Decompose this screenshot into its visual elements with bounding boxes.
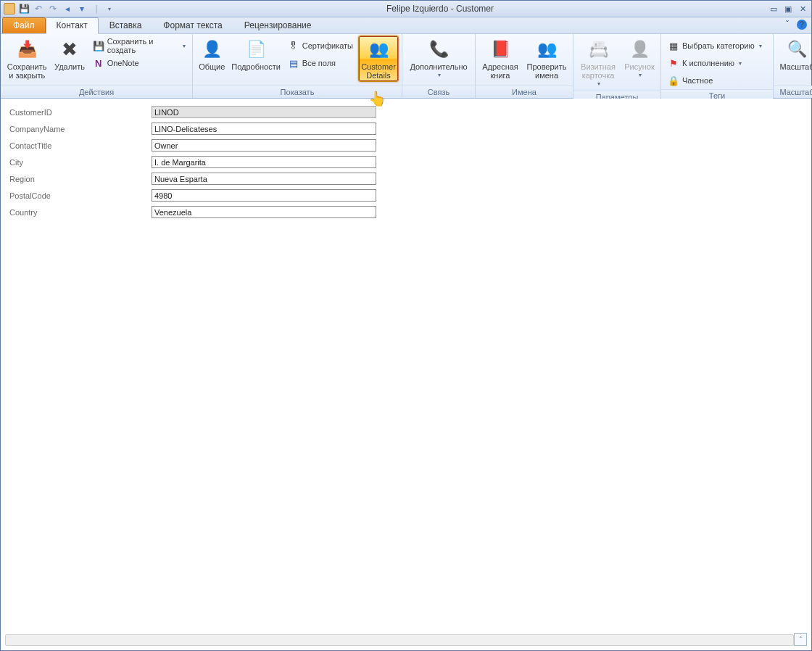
general-button[interactable]: 👤 Общие: [196, 36, 228, 73]
category-icon: ▦: [668, 40, 679, 51]
details-label: Подробности: [231, 62, 281, 71]
redo-icon[interactable]: ↷: [47, 3, 59, 14]
form-label: PostalCode: [9, 191, 152, 200]
help-icon[interactable]: ?: [797, 20, 807, 30]
undo-icon[interactable]: ↶: [33, 3, 44, 14]
tab-insert[interactable]: Вставка: [99, 17, 153, 33]
form-input-postalcode[interactable]: 4980: [152, 189, 376, 202]
qat-separator: |: [91, 3, 102, 14]
private-label: Частное: [682, 76, 713, 85]
tab-review[interactable]: Рецензирование: [233, 17, 323, 33]
group-show: 👤 Общие 📄 Подробности 🎖 Сертификаты ▤ Вс…: [193, 34, 402, 98]
picture-label: Рисунок: [624, 62, 655, 71]
save-and-close-icon: 📥: [15, 38, 38, 61]
expand-collapse-icon[interactable]: ˄: [794, 633, 807, 646]
details-icon: 📄: [244, 38, 268, 61]
window-buttons: ▭ ▣ ✕: [768, 4, 808, 14]
more-label: Дополнительно: [410, 62, 467, 71]
zoom-icon: 🔍: [785, 38, 808, 61]
onenote-icon: N: [93, 57, 104, 69]
details-button[interactable]: 📄 Подробности: [229, 36, 282, 73]
form-row: CompanyNameLINO-Delicateses: [9, 123, 803, 135]
zoom-label: Масштаб: [779, 62, 812, 71]
tab-file[interactable]: Файл: [2, 17, 46, 33]
customer-details-button[interactable]: 👥 Customer Details: [358, 36, 399, 82]
form-area: CustomerIDLINODCompanyNameLINO-Delicates…: [1, 99, 811, 650]
form-label: City: [9, 158, 152, 167]
general-icon: 👤: [200, 38, 223, 61]
group-zoom: 🔍 Масштаб Масштаб: [774, 34, 812, 98]
form-row: CityI. de Margarita: [9, 156, 803, 168]
delete-label: Удалить: [54, 62, 85, 71]
picture-button[interactable]: 👤 Рисунок: [621, 36, 658, 82]
business-card-label: Визитная карточка: [577, 62, 619, 80]
certificates-icon: 🎖: [288, 40, 299, 51]
check-names-label: Проверить имена: [524, 62, 569, 80]
minimize-icon[interactable]: ▭: [768, 4, 779, 14]
certificates-button[interactable]: 🎖 Сертификаты: [284, 37, 357, 54]
qat-customize-icon[interactable]: [105, 3, 112, 14]
follow-up-label: К исполнению: [682, 59, 734, 67]
all-fields-button[interactable]: ▤ Все поля: [284, 54, 357, 72]
titlebar: 💾 ↶ ↷ ◂ ▾ | Felipe Izquierdo - Customer …: [1, 1, 811, 17]
save-and-create-button[interactable]: 💾 Сохранить и создать: [89, 37, 189, 54]
close-icon[interactable]: ✕: [797, 4, 808, 14]
maximize-icon[interactable]: ▣: [782, 4, 794, 14]
form-label: CustomerID: [9, 108, 152, 117]
tab-format-text[interactable]: Формат текста: [152, 17, 233, 33]
tab-contact[interactable]: Контакт: [46, 17, 99, 34]
form-label: ContactTitle: [9, 141, 152, 150]
address-book-label: Адресная книга: [479, 62, 521, 80]
save-and-close-button[interactable]: 📥 Сохранить и закрыть: [4, 36, 50, 82]
group-names: 📕 Адресная книга 👥 Проверить имена Имена: [476, 34, 573, 98]
form-input-region[interactable]: Nueva Esparta: [152, 173, 376, 185]
ribbon-tabs: Файл Контакт Вставка Формат текста Рецен…: [1, 17, 811, 34]
more-button[interactable]: 📞 Дополнительно: [405, 36, 472, 82]
form-row: RegionNueva Esparta: [9, 173, 803, 185]
quick-access-toolbar: 💾 ↶ ↷ ◂ ▾ |: [4, 3, 112, 14]
group-zoom-label: Масштаб: [774, 86, 812, 98]
select-category-label: Выбрать категорию: [682, 41, 755, 50]
horizontal-scrollbar[interactable]: [5, 634, 794, 646]
customer-details-label: Customer Details: [359, 62, 398, 80]
save-and-close-label: Сохранить и закрыть: [4, 62, 49, 80]
business-card-button[interactable]: 📇 Визитная карточка: [576, 36, 620, 91]
save-icon[interactable]: 💾: [18, 3, 30, 14]
group-actions-label: Действия: [1, 86, 192, 98]
onenote-button[interactable]: N OneNote: [89, 54, 189, 72]
app-icon: [4, 3, 15, 14]
prev-icon[interactable]: ◂: [62, 3, 73, 14]
ribbon-collapse-icon[interactable]: ˇ: [782, 20, 792, 30]
form-label: Region: [9, 175, 152, 183]
address-book-button[interactable]: 📕 Адресная книга: [478, 36, 522, 82]
more-icon: 📞: [427, 38, 450, 61]
form-input-contacttitle[interactable]: Owner: [152, 139, 376, 152]
form-input-customerid: LINOD: [152, 106, 376, 118]
next-icon[interactable]: ▾: [76, 3, 88, 14]
certificates-label: Сертификаты: [302, 41, 353, 50]
form-row: CustomerIDLINOD: [9, 106, 803, 118]
business-card-icon: 📇: [587, 38, 610, 61]
flag-icon: ⚑: [668, 57, 679, 69]
form-input-city[interactable]: I. de Margarita: [152, 156, 376, 168]
follow-up-button[interactable]: ⚑ К исполнению: [664, 54, 766, 72]
group-communication-label: Связь: [402, 86, 475, 98]
group-tags: ▦ Выбрать категорию ⚑ К исполнению 🔒 Час…: [661, 34, 774, 98]
customer-details-icon: 👥: [367, 38, 390, 61]
form-input-companyname[interactable]: LINO-Delicateses: [152, 123, 376, 135]
form-row: PostalCode4980: [9, 189, 803, 202]
zoom-button[interactable]: 🔍 Масштаб: [776, 36, 812, 73]
form-input-country[interactable]: Venezuela: [152, 206, 376, 218]
select-category-button[interactable]: ▦ Выбрать категорию: [664, 37, 766, 54]
private-button[interactable]: 🔒 Частное: [664, 72, 766, 89]
form-label: Country: [9, 208, 152, 217]
ribbon: 📥 Сохранить и закрыть ✖ Удалить 💾 Сохран…: [1, 34, 811, 99]
delete-button[interactable]: ✖ Удалить: [51, 36, 87, 73]
picture-icon: 👤: [628, 38, 651, 61]
form-label: CompanyName: [9, 125, 152, 133]
form-row: CountryVenezuela: [9, 206, 803, 218]
group-show-label: Показать: [193, 86, 402, 98]
group-communication: 📞 Дополнительно Связь: [402, 34, 476, 98]
check-names-button[interactable]: 👥 Проверить имена: [523, 36, 570, 82]
delete-icon: ✖: [58, 38, 81, 61]
